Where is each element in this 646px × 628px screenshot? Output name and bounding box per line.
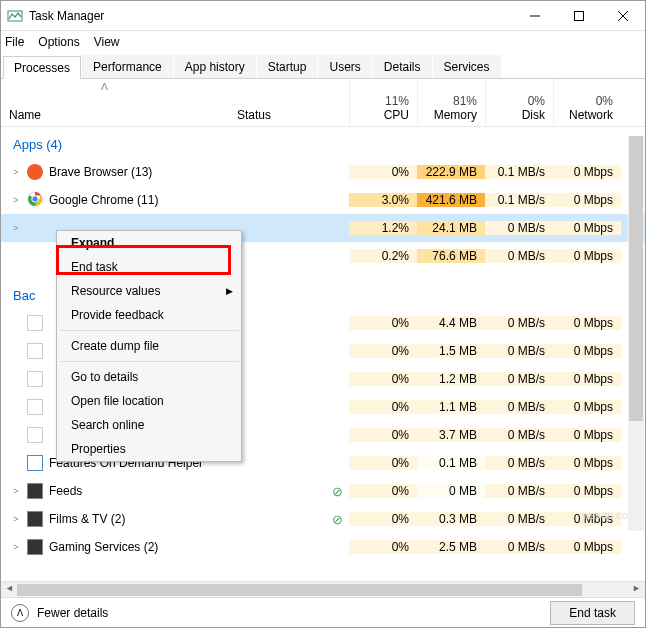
cell-cpu: 3.0% bbox=[349, 193, 417, 207]
cell-mem: 2.5 MB bbox=[417, 540, 485, 554]
end-task-button[interactable]: End task bbox=[550, 601, 635, 625]
footer: ᐱ Fewer details End task bbox=[1, 597, 645, 627]
helper-icon bbox=[27, 455, 43, 471]
ctx-open-file-location[interactable]: Open file location bbox=[57, 389, 241, 413]
cell-disk: 0.1 MB/s bbox=[485, 165, 553, 179]
minimize-button[interactable] bbox=[513, 1, 557, 31]
menu-file[interactable]: File bbox=[5, 35, 24, 49]
cell-cpu: 0% bbox=[349, 316, 417, 330]
app-icon bbox=[27, 164, 43, 180]
col-name[interactable]: ᐱ Name bbox=[1, 79, 229, 126]
process-row[interactable]: >Feeds⊘0%0 MB0 MB/s0 Mbps bbox=[1, 477, 645, 505]
expand-chevron-icon[interactable]: > bbox=[11, 223, 21, 233]
ctx-provide-feedback[interactable]: Provide feedback bbox=[57, 303, 241, 327]
expand-chevron-icon[interactable]: > bbox=[11, 542, 21, 552]
window-title: Task Manager bbox=[29, 9, 104, 23]
col-cpu[interactable]: 11%CPU bbox=[349, 79, 417, 126]
process-row[interactable]: >Films & TV (2)⊘0%0.3 MB0 MB/s0 Mbps bbox=[1, 505, 645, 533]
menu-options[interactable]: Options bbox=[38, 35, 79, 49]
ctx-resource-values[interactable]: Resource values▶ bbox=[57, 279, 241, 303]
cell-cpu: 0% bbox=[349, 456, 417, 470]
tab-processes[interactable]: Processes bbox=[3, 56, 81, 79]
tab-app-history[interactable]: App history bbox=[174, 55, 256, 78]
cell-disk: 0 MB/s bbox=[485, 512, 553, 526]
cell-disk: 0 MB/s bbox=[485, 428, 553, 442]
titlebar: Task Manager bbox=[1, 1, 645, 31]
app-icon bbox=[27, 483, 43, 499]
cell-cpu: 0% bbox=[349, 344, 417, 358]
context-menu: Expand End task Resource values▶ Provide… bbox=[56, 230, 242, 462]
process-row[interactable]: >Google Chrome (11)3.0%421.6 MB0.1 MB/s0… bbox=[1, 186, 645, 214]
vertical-scrollbar[interactable] bbox=[628, 136, 644, 531]
cell-net: 0 Mbps bbox=[553, 456, 621, 470]
col-memory[interactable]: 81%Memory bbox=[417, 79, 485, 126]
ctx-properties[interactable]: Properties bbox=[57, 437, 241, 461]
maximize-button[interactable] bbox=[557, 1, 601, 31]
svg-point-7 bbox=[32, 195, 38, 201]
sort-indicator-icon: ᐱ bbox=[101, 81, 108, 92]
tab-services[interactable]: Services bbox=[433, 55, 501, 78]
fewer-details-link[interactable]: Fewer details bbox=[37, 606, 108, 620]
cell-cpu: 0% bbox=[349, 540, 417, 554]
group-apps: Apps (4) bbox=[1, 127, 645, 158]
expand-chevron-icon[interactable]: > bbox=[11, 195, 21, 205]
cell-mem: 1.5 MB bbox=[417, 344, 485, 358]
ctx-create-dump[interactable]: Create dump file bbox=[57, 334, 241, 358]
app-icon bbox=[7, 8, 23, 24]
app-icon bbox=[27, 511, 43, 527]
cell-disk: 0 MB/s bbox=[485, 221, 553, 235]
cell-cpu: 0% bbox=[349, 512, 417, 526]
cell-disk: 0 MB/s bbox=[485, 456, 553, 470]
process-row[interactable]: >Gaming Services (2)0%2.5 MB0 MB/s0 Mbps bbox=[1, 533, 645, 561]
cell-disk: 0 MB/s bbox=[485, 484, 553, 498]
collapse-icon[interactable]: ᐱ bbox=[11, 604, 29, 622]
process-name: Google Chrome (11) bbox=[49, 193, 158, 207]
generic-icon bbox=[27, 399, 43, 415]
cell-mem: 222.9 MB bbox=[417, 165, 485, 179]
col-network[interactable]: 0%Network bbox=[553, 79, 621, 126]
cell-cpu: 0% bbox=[349, 400, 417, 414]
col-disk[interactable]: 0%Disk bbox=[485, 79, 553, 126]
expand-chevron-icon[interactable]: > bbox=[11, 486, 21, 496]
cell-net: 0 Mbps bbox=[553, 344, 621, 358]
cell-disk: 0 MB/s bbox=[485, 372, 553, 386]
tab-performance[interactable]: Performance bbox=[82, 55, 173, 78]
eco-leaf-icon: ⊘ bbox=[332, 512, 343, 527]
generic-icon bbox=[27, 315, 43, 331]
generic-icon bbox=[27, 427, 43, 443]
cell-disk: 0 MB/s bbox=[485, 249, 553, 263]
cell-net: 0 Mbps bbox=[553, 221, 621, 235]
process-name: Brave Browser (13) bbox=[49, 165, 152, 179]
expand-chevron-icon[interactable]: > bbox=[11, 514, 21, 524]
process-name: Feeds bbox=[49, 484, 82, 498]
ctx-end-task[interactable]: End task bbox=[57, 255, 241, 279]
close-button[interactable] bbox=[601, 1, 645, 31]
col-status[interactable]: Status bbox=[229, 79, 349, 126]
cell-cpu: 0% bbox=[349, 428, 417, 442]
ctx-search-online[interactable]: Search online bbox=[57, 413, 241, 437]
tab-details[interactable]: Details bbox=[373, 55, 432, 78]
cell-disk: 0 MB/s bbox=[485, 316, 553, 330]
cell-net: 0 Mbps bbox=[553, 316, 621, 330]
process-name: Gaming Services (2) bbox=[49, 540, 158, 554]
cell-net: 0 Mbps bbox=[553, 484, 621, 498]
cell-mem: 1.1 MB bbox=[417, 400, 485, 414]
cell-net: 0 Mbps bbox=[553, 165, 621, 179]
tab-startup[interactable]: Startup bbox=[257, 55, 318, 78]
menubar: File Options View bbox=[1, 31, 645, 53]
horizontal-scrollbar[interactable]: ◄ ► bbox=[1, 581, 645, 597]
cell-mem: 0.1 MB bbox=[417, 456, 485, 470]
ctx-go-to-details[interactable]: Go to details bbox=[57, 365, 241, 389]
menu-view[interactable]: View bbox=[94, 35, 120, 49]
tab-users[interactable]: Users bbox=[318, 55, 371, 78]
cell-cpu: 1.2% bbox=[349, 221, 417, 235]
eco-leaf-icon: ⊘ bbox=[332, 484, 343, 499]
cell-disk: 0.1 MB/s bbox=[485, 193, 553, 207]
ctx-expand[interactable]: Expand bbox=[57, 231, 241, 255]
cell-mem: 4.4 MB bbox=[417, 316, 485, 330]
expand-chevron-icon[interactable]: > bbox=[11, 167, 21, 177]
generic-icon bbox=[27, 371, 43, 387]
process-row[interactable]: >Brave Browser (13)0%222.9 MB0.1 MB/s0 M… bbox=[1, 158, 645, 186]
ctx-separator bbox=[59, 330, 239, 331]
cell-cpu: 0.2% bbox=[349, 249, 417, 263]
